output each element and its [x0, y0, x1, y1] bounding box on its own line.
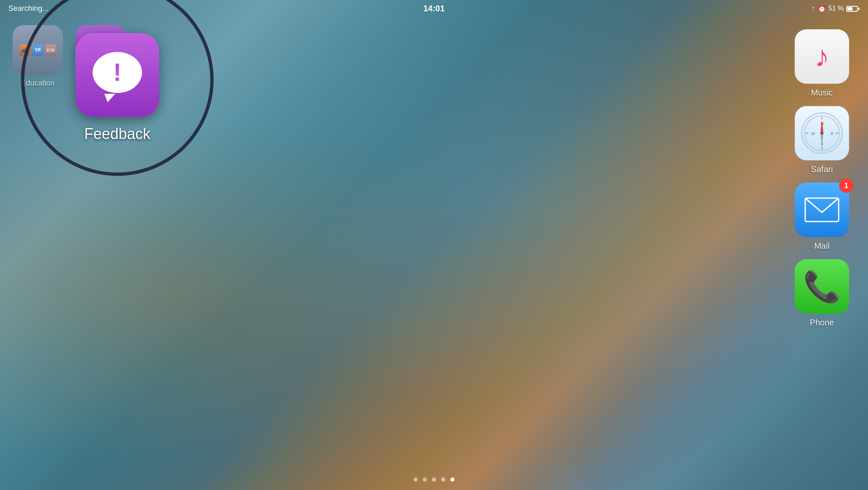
magnified-feedback-icon: !: [75, 33, 159, 117]
magnified-bubble-tail: [104, 94, 115, 102]
phone-label: Phone: [810, 318, 834, 328]
svg-text:E: E: [831, 132, 834, 136]
magnify-inner: ! Feedback: [24, 0, 210, 173]
page-dot-1[interactable]: [413, 477, 418, 482]
searching-text: Searching...: [8, 4, 49, 13]
mail-badge: 1: [839, 178, 853, 193]
music-icon: ♪: [795, 29, 849, 84]
status-right: ↑ ⏰ 51 %: [812, 5, 860, 13]
clock-icon: ⏰: [818, 5, 826, 13]
phone-handset-icon: 📞: [803, 269, 841, 304]
magnify-circle: ! Feedback: [21, 0, 214, 176]
music-app[interactable]: ♪ Music: [795, 29, 849, 98]
svg-text:S: S: [821, 142, 823, 146]
magnified-exclamation: !: [113, 60, 121, 85]
compass-svg: N S W E: [803, 114, 841, 152]
mail-envelope-svg: [804, 197, 840, 222]
svg-point-7: [820, 132, 823, 134]
home-screen: 📺 🗺 D'R Education !: [0, 17, 759, 490]
music-note-icon: ♪: [815, 40, 829, 73]
page-dot-4[interactable]: [441, 477, 445, 482]
battery-icon: [846, 5, 860, 12]
music-label: Music: [811, 88, 833, 98]
status-bar: Searching... 14:01 ↑ ⏰ 51 %: [0, 0, 868, 17]
magnified-bubble: !: [93, 52, 142, 98]
battery-percent: 51 %: [829, 5, 844, 12]
svg-text:W: W: [811, 132, 815, 136]
mail-label: Mail: [814, 241, 830, 251]
safari-label: Safari: [811, 165, 833, 174]
safari-compass: N S W E: [801, 112, 843, 154]
magnified-label: Feedback: [84, 125, 150, 143]
magnified-bubble-body: !: [93, 52, 142, 93]
safari-app[interactable]: N S W E Safari: [795, 106, 849, 174]
page-dot-2[interactable]: [423, 477, 427, 482]
page-dot-3[interactable]: [432, 477, 436, 482]
phone-app[interactable]: 📞 Phone: [795, 259, 849, 328]
mail-icon: 1: [795, 183, 849, 237]
safari-icon: N S W E: [795, 106, 849, 160]
page-dots: [413, 477, 455, 482]
status-left: Searching...: [8, 4, 49, 13]
right-dock: ♪ Music N: [776, 17, 868, 465]
location-icon: ↑: [812, 5, 815, 12]
status-time: 14:01: [423, 4, 444, 13]
page-dot-5[interactable]: [450, 477, 455, 482]
svg-text:N: N: [821, 121, 824, 126]
phone-icon: 📞: [795, 259, 849, 314]
mail-app[interactable]: 1 Mail: [795, 183, 849, 251]
